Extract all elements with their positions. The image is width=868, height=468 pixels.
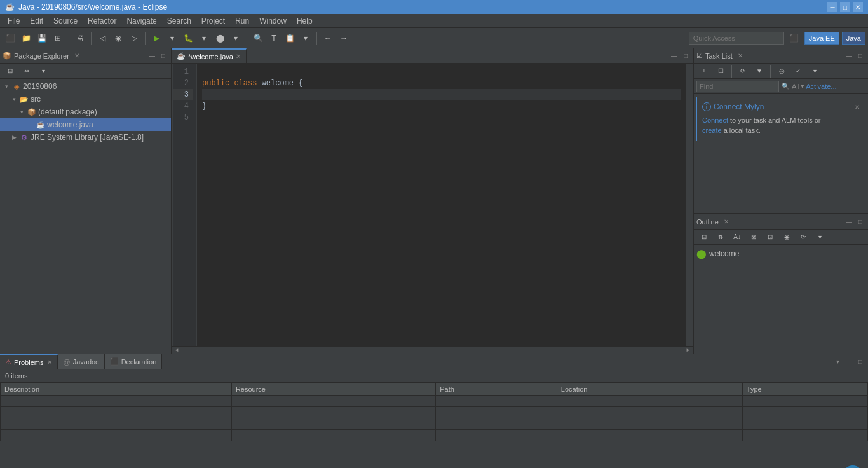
menu-edit[interactable]: Edit [25,15,48,27]
editor-minimize-button[interactable]: — [669,51,679,61]
menu-help[interactable]: Help [292,15,318,27]
editor-tab-welcome[interactable]: ☕ *welcome.java ✕ [172,48,247,63]
outline-collapse-button[interactable]: ⊟ [696,230,712,245]
task-minimize-button[interactable]: — [844,51,854,61]
java-ee-perspective-button[interactable]: Java EE [804,32,839,45]
bottom-view-menu-button[interactable]: ▾ [832,357,843,367]
outline-close-icon[interactable]: ✕ [724,218,729,225]
scroll-right-icon[interactable]: ► [683,347,693,353]
title-bar-controls[interactable]: ─ □ ✕ [827,2,863,12]
outline-menu-button[interactable]: ▾ [812,230,827,245]
debug-dropdown[interactable]: ▾ [196,31,212,46]
open-type-button[interactable]: T [266,31,281,46]
save-all-button[interactable]: ⊞ [50,31,65,46]
outline-minimize-button[interactable]: — [844,217,854,227]
next-edit-button[interactable]: → [336,31,351,46]
menu-window[interactable]: Window [254,15,292,27]
refactor-next-button[interactable]: ▷ [126,31,142,46]
editor-maximize-button[interactable]: □ [681,51,691,61]
run-dropdown[interactable]: ▾ [165,31,180,46]
quick-access-input[interactable] [689,32,784,45]
minimize-button[interactable]: ─ [827,2,837,12]
mylyn-connect-link[interactable]: Connect [702,116,728,124]
coverage-button[interactable]: ⬤ [212,31,227,46]
run-button[interactable]: ▶ [149,31,164,46]
editor-tab-close-icon[interactable]: ✕ [236,53,241,60]
open-button[interactable]: 📁 [18,31,34,46]
jre-node[interactable]: ▶ ⚙ JRE System Library [JavaSE-1.8] [0,131,171,144]
find-activate-label[interactable]: Activate... [806,83,836,90]
editor-vertical-scrollbar[interactable] [686,64,693,346]
code-editor[interactable]: 1 2 3 4 5 public class [172,64,693,346]
default-package-node[interactable]: ▾ 📦 (default package) [0,106,171,118]
new-local-task-button[interactable]: ☐ [713,64,728,79]
maximize-button[interactable]: □ [840,2,850,12]
outline-class-item[interactable]: ⬤ welcome [696,247,865,260]
hide-completed-button[interactable]: ✓ [790,64,806,79]
task-list-icon: ☑ [696,52,703,60]
tab-declaration[interactable]: ⬛ Declaration [105,354,163,369]
menu-source[interactable]: Source [48,15,83,27]
outline-filter-button[interactable]: ◉ [779,230,794,245]
new-task-button[interactable]: + [696,64,712,79]
collapse-all-button[interactable]: ⊟ [3,64,18,79]
link-with-editor-button[interactable]: ⇔ [19,64,34,79]
close-button[interactable]: ✕ [853,2,863,12]
code-line-4: } [202,100,681,112]
print-button[interactable]: 🖨 [72,31,88,46]
menu-run[interactable]: Run [230,15,254,27]
save-button[interactable]: 💾 [34,31,50,46]
open-resource-dropdown[interactable]: ▾ [298,31,313,46]
outline-hide-fields-button[interactable]: ⊠ [746,230,761,245]
tab-problems[interactable]: ⚠ Problems ✕ [0,354,58,369]
synchronize-button[interactable]: ⟳ [735,64,750,79]
menu-refactor[interactable]: Refactor [83,15,121,27]
mylyn-create-link[interactable]: create [702,127,722,134]
menu-navigate[interactable]: Navigate [121,15,161,27]
javadoc-tab-label: Javadoc [73,358,99,366]
editor-horizontal-scrollbar[interactable]: ◄ ► [172,346,693,354]
task-maximize-button[interactable]: □ [855,51,865,61]
bottom-maximize-button[interactable]: □ [855,357,865,367]
problems-close-icon[interactable]: ✕ [47,359,52,366]
task-filter-button[interactable]: ▼ [752,64,767,79]
refactor-button[interactable]: ◉ [111,31,126,46]
menu-project[interactable]: Project [196,15,230,27]
open-perspective-button[interactable]: ⬛ [787,31,802,46]
scroll-left-icon[interactable]: ◄ [172,347,182,353]
outline-sort-alpha-button[interactable]: A↓ [729,230,745,245]
menu-search[interactable]: Search [162,15,196,27]
outline-sync-button[interactable]: ⟳ [796,230,811,245]
task-list-close-icon[interactable]: ✕ [738,52,743,59]
maximize-panel-button[interactable]: □ [158,51,168,61]
line-num-3: 3 [172,89,193,100]
tab-javadoc[interactable]: @ Javadoc [58,354,104,369]
menu-file[interactable]: File [3,15,25,27]
outline-hide-methods-button[interactable]: ⊡ [763,230,778,245]
find-search-button[interactable]: 🔍 [782,83,789,90]
task-menu-button[interactable]: ▾ [807,64,822,79]
open-resource-button[interactable]: 📋 [282,31,297,46]
new-button[interactable]: ⬛ [3,31,18,46]
search-button[interactable]: 🔍 [250,31,266,46]
pkg-view-menu-button[interactable]: ▾ [36,64,51,79]
coverage-dropdown[interactable]: ▾ [228,31,243,46]
java-perspective-button[interactable]: Java [842,32,865,45]
minimize-panel-button[interactable]: — [147,51,157,61]
find-input[interactable] [696,81,779,92]
focus-button[interactable]: ◎ [774,64,789,79]
mylyn-close-icon[interactable]: ✕ [855,104,860,111]
outline-sort-button[interactable]: ⇅ [713,230,728,245]
project-node[interactable]: ▾ ◈ 20190806 [0,80,171,93]
outline-maximize-button[interactable]: □ [855,217,865,227]
prev-edit-button[interactable]: ← [320,31,336,46]
code-content[interactable]: public class welcome { } [197,64,686,346]
bottom-minimize-button[interactable]: — [844,357,854,367]
src-node[interactable]: ▾ 📂 src [0,93,171,106]
package-explorer-close-icon[interactable]: ✕ [74,52,79,59]
code-line-3 [202,89,681,100]
refactor-prev-button[interactable]: ◁ [95,31,110,46]
right-panel: ☑ Task List ✕ — □ + ☐ ⟳ ▼ ◎ [693,48,868,354]
debug-button[interactable]: 🐛 [180,31,196,46]
welcome-java-node[interactable]: ☕ welcome.java [0,118,171,131]
